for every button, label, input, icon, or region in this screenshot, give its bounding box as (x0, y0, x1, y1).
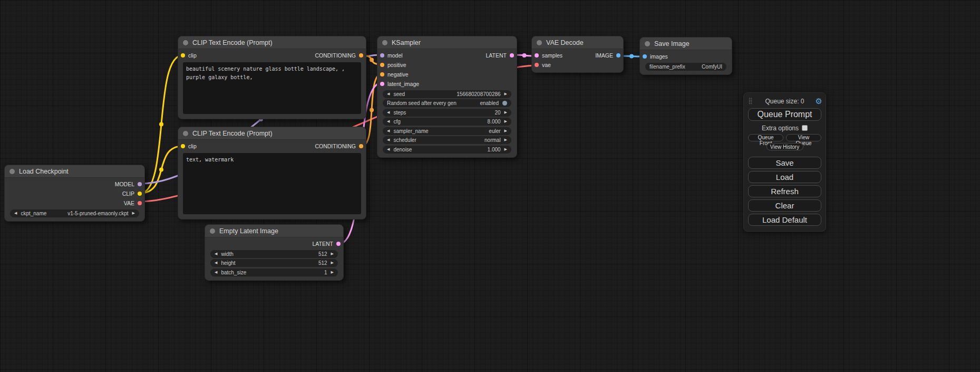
toggle-dot-icon[interactable] (502, 101, 507, 106)
drag-handle-icon[interactable]: ⣿ (748, 97, 753, 104)
load-default-button[interactable]: Load Default (748, 214, 821, 226)
prev-arrow-icon[interactable]: ◀ (14, 212, 17, 215)
collapse-dot-icon[interactable] (382, 40, 387, 45)
input-slot-clip[interactable]: clip (181, 143, 197, 149)
extra-options-checkbox[interactable] (802, 125, 808, 131)
node-load-checkpoint[interactable]: Load Checkpoint MODEL CLIP VAE ◀ ckpt_na… (4, 165, 145, 222)
input-slot-samples[interactable]: samples (535, 52, 562, 59)
next-arrow-icon[interactable]: ▶ (331, 252, 334, 256)
queue-front-button[interactable]: Queue Front (748, 134, 783, 141)
node-title-bar[interactable]: CLIP Text Encode (Prompt) (178, 127, 366, 140)
output-slot-model[interactable]: MODEL (115, 181, 142, 187)
collapse-dot-icon[interactable] (9, 169, 15, 174)
node-title-bar[interactable]: Save Image (640, 37, 732, 50)
next-arrow-icon[interactable]: ▶ (132, 212, 135, 215)
output-slot-image[interactable]: IMAGE (595, 52, 620, 59)
prev-arrow-icon[interactable]: ◀ (387, 92, 390, 96)
image-slot-dot[interactable] (643, 54, 647, 59)
conditioning-slot-dot[interactable] (359, 53, 363, 58)
node-save-image[interactable]: Save Image images filename_prefix ComfyU… (639, 37, 732, 75)
collapse-dot-icon[interactable] (645, 41, 650, 46)
refresh-button[interactable]: Refresh (748, 185, 821, 197)
settings-gear-icon[interactable]: ⚙ (816, 97, 822, 106)
collapse-dot-icon[interactable] (183, 131, 188, 136)
conditioning-slot-dot[interactable] (359, 144, 363, 148)
conditioning-slot-dot[interactable] (380, 63, 384, 67)
input-slot-vae[interactable]: vae (535, 62, 551, 68)
clip-slot-dot[interactable] (181, 53, 185, 58)
next-arrow-icon[interactable]: ▶ (331, 271, 334, 274)
prev-arrow-icon[interactable]: ◀ (387, 120, 390, 123)
input-slot-model[interactable]: model (380, 52, 403, 59)
prev-arrow-icon[interactable]: ◀ (387, 111, 390, 115)
model-slot-dot[interactable] (380, 53, 384, 58)
output-slot-vae[interactable]: VAE (124, 200, 142, 206)
prev-arrow-icon[interactable]: ◀ (387, 148, 390, 151)
queue-prompt-button[interactable]: Queue Prompt (748, 108, 821, 121)
next-arrow-icon[interactable]: ▶ (504, 120, 507, 123)
prev-arrow-icon[interactable]: ◀ (215, 252, 217, 256)
next-arrow-icon[interactable]: ▶ (504, 111, 507, 115)
prev-arrow-icon[interactable]: ◀ (387, 138, 390, 142)
image-slot-dot[interactable] (616, 53, 620, 58)
output-slot-latent[interactable]: LATENT (486, 52, 514, 59)
save-button[interactable]: Save (748, 157, 821, 169)
input-slot-negative[interactable]: negative (380, 71, 409, 78)
node-clip-text-encode-negative[interactable]: CLIP Text Encode (Prompt) clip CONDITION… (178, 127, 366, 220)
widget-height[interactable]: ◀ height 512 ▶ (210, 259, 338, 267)
latent-slot-dot[interactable] (380, 82, 384, 86)
model-slot-dot[interactable] (138, 182, 142, 186)
prev-arrow-icon[interactable]: ◀ (215, 261, 217, 265)
output-slot-clip[interactable]: CLIP (122, 190, 142, 197)
node-clip-text-encode-positive[interactable]: CLIP Text Encode (Prompt) clip CONDITION… (178, 36, 366, 119)
output-slot-conditioning[interactable]: CONDITIONING (315, 52, 363, 59)
widget-batch-size[interactable]: ◀ batch_size 1 ▶ (210, 269, 338, 276)
collapse-dot-icon[interactable] (183, 40, 188, 45)
vae-slot-dot[interactable] (535, 63, 539, 67)
view-queue-button[interactable]: View Queue (786, 134, 821, 141)
collapse-dot-icon[interactable] (537, 40, 542, 45)
prev-arrow-icon[interactable]: ◀ (387, 129, 390, 133)
conditioning-slot-dot[interactable] (380, 72, 384, 77)
node-title-bar[interactable]: VAE Decode (532, 36, 623, 49)
widget-filename-prefix[interactable]: filename_prefix ComfyUI (645, 63, 726, 71)
widget-seed[interactable]: ◀ seed 156680208700286 ▶ (383, 90, 511, 98)
clear-button[interactable]: Clear (748, 199, 821, 212)
next-arrow-icon[interactable]: ▶ (504, 138, 507, 142)
node-empty-latent-image[interactable]: Empty Latent Image LATENT ◀ width 512 ▶ … (205, 224, 344, 281)
node-title-bar[interactable]: Load Checkpoint (5, 165, 144, 178)
node-vae-decode[interactable]: VAE Decode samples IMAGE vae (531, 36, 624, 73)
node-title-bar[interactable]: Empty Latent Image (205, 225, 343, 237)
widget-denoise[interactable]: ◀ denoise 1.000 ▶ (383, 146, 511, 154)
output-slot-conditioning[interactable]: CONDITIONING (315, 143, 363, 149)
node-title-bar[interactable]: CLIP Text Encode (Prompt) (178, 36, 366, 49)
input-slot-latent-image[interactable]: latent_image (380, 81, 419, 87)
vae-slot-dot[interactable] (138, 201, 142, 205)
collapse-dot-icon[interactable] (210, 228, 215, 234)
latent-slot-dot[interactable] (336, 242, 341, 246)
next-arrow-icon[interactable]: ▶ (504, 129, 507, 133)
widget-cfg[interactable]: ◀ cfg 8.000 ▶ (383, 118, 511, 126)
output-slot-latent[interactable]: LATENT (313, 241, 341, 247)
latent-slot-dot[interactable] (510, 53, 514, 58)
widget-random-seed-toggle[interactable]: Random seed after every gen enabled (383, 99, 511, 107)
prev-arrow-icon[interactable]: ◀ (215, 271, 217, 274)
widget-scheduler[interactable]: ◀ scheduler normal ▶ (383, 136, 511, 144)
input-slot-positive[interactable]: positive (380, 62, 406, 68)
input-slot-images[interactable]: images (643, 53, 668, 60)
negative-prompt-textarea[interactable]: text, watermark (183, 153, 361, 214)
widget-width[interactable]: ◀ width 512 ▶ (210, 250, 338, 258)
next-arrow-icon[interactable]: ▶ (504, 92, 507, 96)
widget-sampler-name[interactable]: ◀ sampler_name euler ▶ (383, 127, 511, 135)
positive-prompt-textarea[interactable]: beautiful scenery nature glass bottle la… (183, 62, 361, 114)
next-arrow-icon[interactable]: ▶ (331, 261, 334, 265)
latent-slot-dot[interactable] (535, 53, 539, 58)
load-button[interactable]: Load (748, 171, 821, 183)
view-history-button[interactable]: View History (766, 143, 803, 150)
widget-ckpt-name[interactable]: ◀ ckpt_name v1-5-pruned-emaonly.ckpt ▶ (10, 209, 139, 217)
widget-steps[interactable]: ◀ steps 20 ▶ (383, 109, 511, 117)
input-slot-clip[interactable]: clip (181, 52, 197, 59)
clip-slot-dot[interactable] (138, 192, 142, 196)
clip-slot-dot[interactable] (181, 144, 185, 148)
node-ksampler[interactable]: KSampler model LATENT positive negative (377, 36, 517, 158)
